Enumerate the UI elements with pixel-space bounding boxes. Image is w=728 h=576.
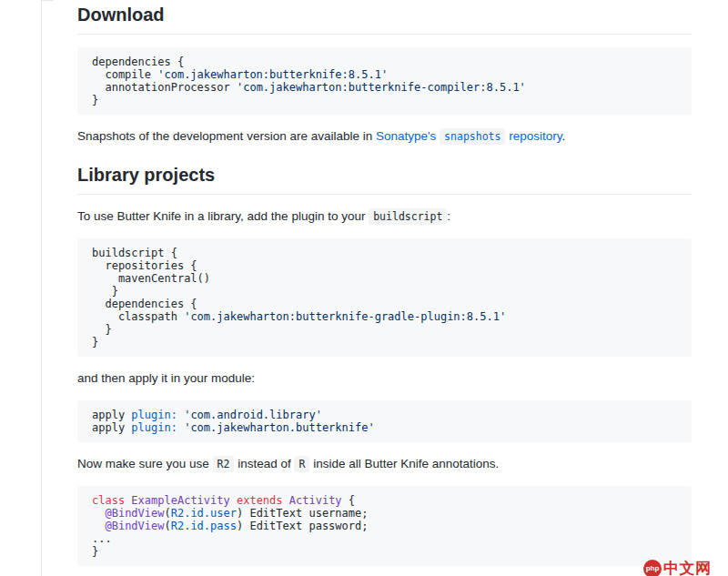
phpcn-logo-text: 中文网: [663, 558, 712, 576]
code-token-entity: Activity: [289, 494, 342, 507]
code-token-plain: [283, 494, 289, 507]
text-text: .: [561, 129, 565, 143]
code-line: repositories {: [92, 259, 677, 272]
code-token-string: 'com.jakewharton:butterknife-gradle-plug…: [184, 310, 506, 323]
paragraph-apply-module: and then apply it in your module:: [77, 369, 692, 388]
code-token-plain: [92, 507, 105, 520]
code-token-plain: [92, 520, 105, 532]
code-token-plain: {: [342, 494, 355, 507]
text-text: Now make sure you use: [77, 457, 213, 470]
text-text: and then apply it in your module:: [77, 371, 255, 385]
paragraph-buildscript: To use Butter Knife in a library, add th…: [77, 207, 692, 226]
code-line: apply plugin: 'com.android.library': [92, 409, 677, 421]
code-token-entity: @BindView: [105, 520, 164, 532]
code-line: buildscript {: [92, 247, 677, 259]
code-token-constant: R2.id.user: [171, 507, 237, 520]
code-token-keyword: class: [92, 494, 125, 507]
code-token-keyword: extends: [237, 494, 283, 507]
code-block-dependencies: dependencies { compile 'com.jakewharton:…: [77, 47, 692, 115]
code-token-plain: ...: [92, 532, 112, 545]
code-token-plain: }: [92, 285, 118, 298]
code-token-string: 'com.jakewharton.butterknife': [184, 421, 375, 434]
r-inline-code: R: [294, 456, 309, 472]
code-line: mavenCentral(): [92, 272, 677, 285]
code-token-plain: (: [164, 520, 170, 532]
code-token-plain: dependencies {: [92, 56, 184, 68]
repository-link[interactable]: repository: [509, 129, 561, 143]
code-line: @BindView(R2.id.user) EditText username;: [92, 507, 677, 520]
code-token-plain: repositories {: [92, 259, 197, 272]
code-block-example-activity: class ExampleActivity extends Activity {…: [77, 486, 692, 566]
code-line: }: [92, 285, 677, 298]
text-text: instead of: [234, 457, 294, 470]
text-text: :: [447, 209, 450, 223]
paragraph-snapshots: Snapshots of the development version are…: [77, 127, 692, 146]
code-token-plain: apply: [92, 421, 131, 434]
code-line: dependencies {: [92, 56, 677, 68]
code-token-plain: (: [164, 507, 170, 520]
text-text: Snapshots of the development version are…: [77, 129, 376, 143]
code-line: dependencies {: [92, 298, 677, 310]
code-line: compile 'com.jakewharton:butterknife:8.5…: [92, 68, 677, 81]
code-token-plain: apply: [92, 409, 131, 421]
code-line: }: [92, 336, 677, 349]
code-token-plain: }: [92, 545, 98, 558]
code-token-string: 'com.jakewharton:butterknife:8.5.1': [157, 68, 388, 81]
code-token-plain: dependencies {: [92, 298, 197, 310]
code-token-plain: compile: [92, 68, 157, 81]
code-line: }: [92, 94, 677, 106]
sonatype-link[interactable]: Sonatype's: [376, 129, 436, 143]
code-block-apply-plugin: apply plugin: 'com.android.library'apply…: [77, 400, 692, 442]
code-token-entity: ExampleActivity: [131, 494, 229, 507]
code-token-string: 'com.jakewharton:butterknife-compiler:8.…: [237, 81, 526, 94]
code-line: class ExampleActivity extends Activity {: [92, 494, 677, 507]
buildscript-inline-code: buildscript: [369, 208, 447, 225]
code-token-plain: mavenCentral(): [92, 272, 210, 285]
code-block-buildscript: buildscript { repositories { mavenCentra…: [77, 238, 692, 357]
code-token-plain: buildscript {: [92, 247, 177, 259]
code-line: }: [92, 323, 677, 336]
code-token-string: 'com.android.library': [184, 409, 322, 421]
code-line: @BindView(R2.id.pass) EditText password;: [92, 520, 677, 532]
code-token-entity: @BindView: [105, 507, 164, 520]
code-token-plain: classpath: [92, 310, 184, 323]
phpcn-watermark: php 中文网: [643, 558, 712, 576]
code-token-plain: }: [92, 94, 98, 106]
code-line: }: [92, 545, 677, 558]
code-token-plain: ) EditText password;: [237, 520, 369, 532]
readme-left-border: [41, 0, 42, 576]
readme-top-border: [41, 0, 54, 1]
readme-content: Download dependencies { compile 'com.jak…: [77, 0, 692, 576]
paragraph-r2-note: Now make sure you use R2 instead of R in…: [77, 455, 692, 473]
code-line: ...: [92, 532, 677, 545]
snapshots-code-link[interactable]: snapshots: [440, 128, 505, 145]
code-token-constant: plugin:: [131, 421, 177, 434]
phpcn-logo-icon: php: [643, 560, 662, 576]
r2-inline-code: R2: [213, 456, 235, 472]
code-token-constant: R2.id.pass: [171, 520, 237, 532]
text-text: inside all Butter Knife annotations.: [309, 457, 499, 470]
code-token-plain: ) EditText username;: [237, 507, 369, 520]
code-line: apply plugin: 'com.jakewharton.butterkni…: [92, 421, 677, 434]
section-heading-library-projects: Library projects: [77, 164, 692, 195]
code-line: annotationProcessor 'com.jakewharton:but…: [92, 81, 677, 94]
text-text: To use Butter Knife in a library, add th…: [77, 209, 369, 223]
code-token-plain: [230, 494, 237, 507]
code-token-constant: plugin:: [131, 409, 177, 421]
section-heading-download: Download: [77, 4, 692, 35]
code-token-plain: }: [92, 336, 98, 349]
code-token-plain: }: [92, 323, 112, 336]
code-token-plain: annotationProcessor: [92, 81, 237, 94]
code-line: classpath 'com.jakewharton:butterknife-g…: [92, 310, 677, 323]
